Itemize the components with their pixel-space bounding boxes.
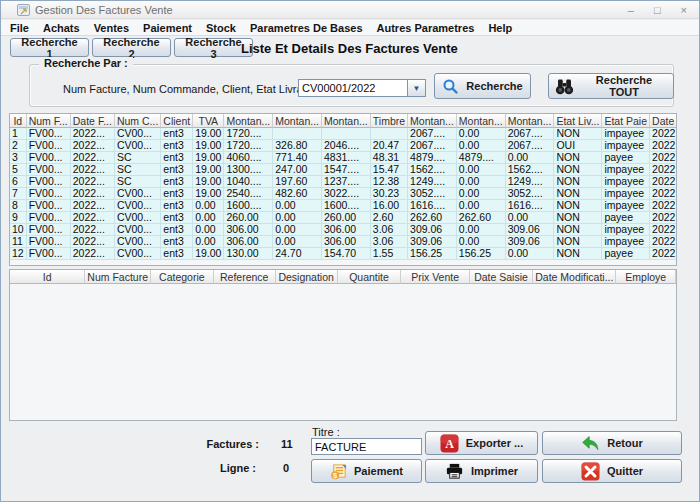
paiement-button[interactable]: $ Paiement	[311, 459, 422, 483]
column-header[interactable]: Montan...	[408, 114, 457, 128]
recherche-2-button[interactable]: Recherche 2	[92, 38, 171, 57]
table-cell: 48.31	[371, 152, 408, 164]
table-cell: 16.00	[371, 200, 408, 212]
table-row[interactable]: 1FV00...2022...CV00...ent319.001720....2…	[10, 128, 677, 140]
table-cell: impayee	[602, 176, 650, 188]
chevron-down-icon[interactable]: ▼	[407, 79, 426, 97]
column-header[interactable]: Date F...	[71, 114, 115, 128]
table-cell: 5	[10, 164, 27, 176]
table-cell: FV00...	[27, 212, 71, 224]
menu-ventes[interactable]: Ventes	[87, 22, 136, 34]
table-cell: 0.00	[457, 188, 506, 200]
close-icon[interactable]: ×	[681, 4, 687, 16]
table-row[interactable]: 6FV00...2022...SCent319.001040....197.60…	[10, 176, 677, 188]
table-cell: 3.06	[371, 224, 408, 236]
table-cell: FV00...	[27, 140, 71, 152]
column-header[interactable]: Date Saisie	[470, 270, 533, 284]
table-cell: 2022...	[650, 212, 677, 224]
table-cell: 2022...	[650, 224, 677, 236]
column-header[interactable]: Num F...	[27, 114, 71, 128]
table-cell: FV00...	[27, 152, 71, 164]
maximize-icon[interactable]: □	[654, 4, 661, 16]
menu-stock[interactable]: Stock	[199, 22, 243, 34]
table-cell: ent3	[161, 200, 193, 212]
column-header[interactable]: Client	[161, 114, 193, 128]
titre-input[interactable]: FACTURE	[311, 438, 422, 455]
column-header[interactable]: Montan...	[457, 114, 506, 128]
app-window: Gestion Des Factures Vente – □ × File Ac…	[0, 0, 700, 502]
table-row[interactable]: 3FV00...2022...SCent319.004060....771.40…	[10, 152, 677, 164]
table-row[interactable]: 11FV00...2022...CV00...ent30.00306.000.0…	[10, 236, 677, 248]
imprimer-button[interactable]: Imprimer	[425, 459, 538, 483]
column-header[interactable]: Timbre	[371, 114, 408, 128]
column-header[interactable]: Id	[10, 270, 85, 284]
table-cell: NON	[554, 236, 602, 248]
table-cell: CV00...	[115, 236, 161, 248]
column-header[interactable]: Num Facture	[85, 270, 151, 284]
menu-parametres-de-bases[interactable]: Parametres De Bases	[243, 22, 370, 34]
quitter-button[interactable]: Quitter	[542, 459, 682, 483]
table-cell: 306.00	[224, 236, 273, 248]
menu-paiement[interactable]: Paiement	[136, 22, 199, 34]
table-cell: CV00...	[115, 140, 161, 152]
table-cell: 6	[10, 176, 27, 188]
column-header[interactable]: Reference	[214, 270, 276, 284]
facture-combobox[interactable]: CV00001/2022 ▼	[298, 79, 426, 97]
column-header[interactable]: Id	[10, 114, 27, 128]
table-row[interactable]: 9FV00...2022...CV00...ent30.00260.000.00…	[10, 212, 677, 224]
column-header[interactable]: Quantite	[338, 270, 402, 284]
menu-help[interactable]: Help	[481, 22, 519, 34]
column-header[interactable]: Montan...	[273, 114, 322, 128]
table-cell: 197.60	[273, 176, 322, 188]
search-icon	[442, 78, 459, 95]
table-cell: SC	[115, 152, 161, 164]
table-cell: 1562....	[408, 164, 457, 176]
table-row[interactable]: 10FV00...2022...CV00...ent30.00306.000.0…	[10, 224, 677, 236]
recherche-1-button[interactable]: Recherche 1	[10, 38, 89, 57]
column-header[interactable]: Designation	[276, 270, 338, 284]
details-table[interactable]: IdNum FactureCategorieReferenceDesignati…	[9, 269, 677, 421]
recherche-button[interactable]: Recherche	[434, 73, 531, 99]
minimize-icon[interactable]: –	[628, 4, 634, 16]
column-header[interactable]: Employe	[616, 270, 676, 284]
table-cell: 0.00	[457, 200, 506, 212]
table-cell: 3052....	[408, 188, 457, 200]
invoices-table[interactable]: IdNum F...Date F...Num C...ClientTVAMont…	[9, 113, 677, 266]
column-header[interactable]: Etat Liv...	[554, 114, 602, 128]
menu-achats[interactable]: Achats	[36, 22, 87, 34]
table-cell: 0.00	[457, 128, 506, 140]
column-header[interactable]: Categorie	[151, 270, 214, 284]
exporter-button[interactable]: A Exporter ...	[425, 431, 538, 455]
column-header[interactable]: Montan...	[506, 114, 555, 128]
column-header[interactable]: Montan...	[224, 114, 273, 128]
table-cell: ent3	[161, 128, 193, 140]
menu-autres-parametres[interactable]: Autres Parametres	[370, 22, 482, 34]
table-row[interactable]: 5FV00...2022...SCent319.001300....247.00…	[10, 164, 677, 176]
column-header[interactable]: Montan...	[322, 114, 371, 128]
column-header[interactable]: Date Modificati...	[533, 270, 616, 284]
table-row[interactable]: 8FV00...2022...CV00...ent30.001600....0.…	[10, 200, 677, 212]
retour-button[interactable]: Retour	[542, 431, 682, 455]
recherche-tout-button[interactable]: Recherche TOUT	[548, 73, 674, 99]
table-cell: 2022...	[71, 224, 115, 236]
column-header[interactable]: TVA	[193, 114, 224, 128]
table-row[interactable]: 12FV00...2022...CV00...ent319.00130.0024…	[10, 248, 677, 260]
table-cell: 0.00	[193, 236, 224, 248]
table-row[interactable]: 2FV00...2022...CV00...ent319.001720....3…	[10, 140, 677, 152]
table-cell: 0.00	[457, 236, 506, 248]
table-cell: ent3	[161, 152, 193, 164]
column-header[interactable]: Num C...	[115, 114, 161, 128]
table-row[interactable]: 7FV00...2022...CV00...ent319.002540....4…	[10, 188, 677, 200]
column-header[interactable]: Etat Paie	[602, 114, 650, 128]
column-header[interactable]: Date S...	[650, 114, 677, 128]
table-cell: 260.00	[322, 212, 371, 224]
menu-file[interactable]: File	[3, 22, 36, 34]
table-cell: 2022...	[650, 128, 677, 140]
table-cell: 19.00	[193, 188, 224, 200]
column-header[interactable]: Prix Vente	[401, 270, 469, 284]
table-cell	[322, 128, 371, 140]
table-cell: 4060....	[224, 152, 273, 164]
table-cell: 309.06	[408, 236, 457, 248]
retour-button-label: Retour	[607, 437, 642, 449]
table-cell: ent3	[161, 248, 193, 260]
